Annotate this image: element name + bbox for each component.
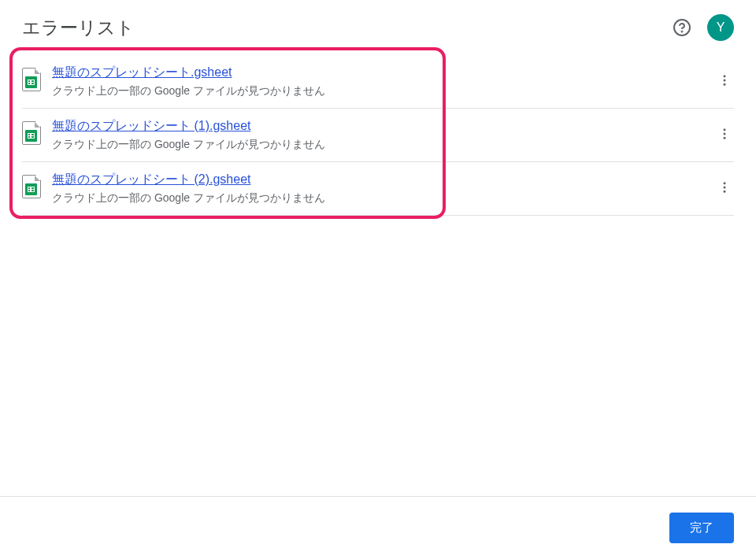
- error-list-item: 無題のスプレッドシート (2).gsheet クラウド上の一部の Google …: [22, 162, 734, 216]
- more-options-button[interactable]: [715, 178, 734, 197]
- error-file-link[interactable]: 無題のスプレッドシート (2).gsheet: [52, 172, 250, 188]
- error-message: クラウド上の一部の Google ファイルが見つかりません: [52, 191, 715, 205]
- gsheet-file-icon: [22, 68, 41, 91]
- svg-point-6: [724, 133, 726, 135]
- svg-point-3: [724, 80, 726, 82]
- gsheet-file-icon: [22, 175, 41, 198]
- error-item-content: 無題のスプレッドシート (1).gsheet クラウド上の一部の Google …: [52, 118, 715, 152]
- error-file-link[interactable]: 無題のスプレッドシート.gsheet: [52, 65, 232, 81]
- error-item-content: 無題のスプレッドシート (2).gsheet クラウド上の一部の Google …: [52, 172, 715, 205]
- svg-point-4: [724, 83, 726, 86]
- svg-point-7: [724, 137, 726, 139]
- page-title: エラーリスト: [22, 16, 135, 40]
- more-options-button[interactable]: [715, 124, 734, 143]
- help-icon[interactable]: [673, 18, 691, 37]
- gsheet-file-icon: [22, 121, 41, 145]
- error-list: 無題のスプレッドシート.gsheet クラウド上の一部の Google ファイル…: [0, 55, 756, 216]
- error-file-link[interactable]: 無題のスプレッドシート (1).gsheet: [52, 118, 250, 135]
- avatar[interactable]: Y: [707, 14, 734, 41]
- error-item-content: 無題のスプレッドシート.gsheet クラウド上の一部の Google ファイル…: [52, 65, 715, 98]
- done-button[interactable]: 完了: [669, 513, 734, 543]
- more-options-button[interactable]: [715, 71, 734, 90]
- svg-point-2: [724, 75, 726, 77]
- svg-point-1: [682, 31, 683, 32]
- error-list-item: 無題のスプレッドシート (1).gsheet クラウド上の一部の Google …: [22, 109, 734, 162]
- error-message: クラウド上の一部の Google ファイルが見つかりません: [52, 138, 715, 152]
- svg-point-8: [724, 182, 726, 184]
- svg-point-9: [724, 187, 726, 189]
- avatar-letter: Y: [717, 20, 725, 35]
- header-actions: Y: [673, 14, 734, 41]
- svg-point-10: [724, 191, 726, 193]
- error-list-item: 無題のスプレッドシート.gsheet クラウド上の一部の Google ファイル…: [22, 55, 734, 109]
- error-message: クラウド上の一部の Google ファイルが見つかりません: [52, 84, 715, 98]
- footer: 完了: [0, 496, 756, 559]
- header: エラーリスト Y: [0, 0, 756, 55]
- svg-point-5: [724, 128, 726, 131]
